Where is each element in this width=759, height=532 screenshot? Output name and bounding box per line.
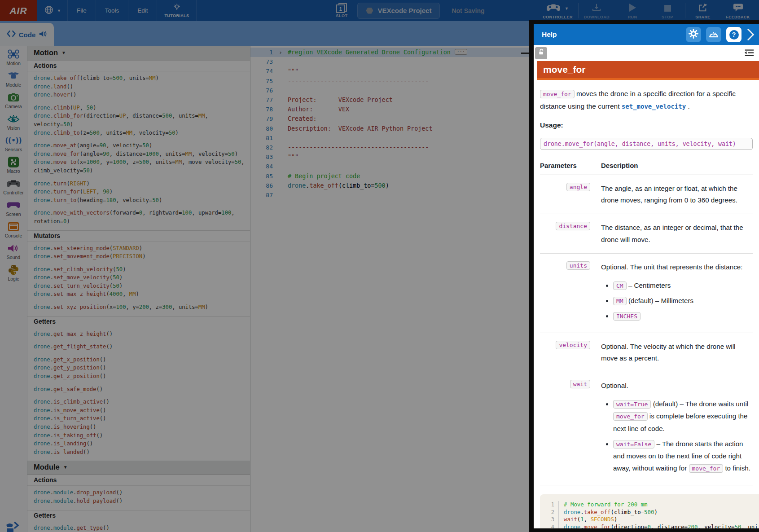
settings-button[interactable] <box>686 27 701 42</box>
parameter-chip: wait <box>570 380 590 388</box>
help-toggle-button[interactable]: ? <box>726 27 741 42</box>
example-line-text: drone.move_for(direction=0, distance=200… <box>559 523 759 528</box>
example-line-text: wait(1, SECONDS) <box>559 516 617 523</box>
parameters-table: ParametersDescriptionangleThe angle, as … <box>540 162 753 485</box>
parameter-description: Optional. The velocity at which the dron… <box>601 341 753 364</box>
description-text: Optional. The velocity at which the dron… <box>601 341 753 364</box>
description-bullets: CM – CentimetersMM (default) – Millimete… <box>613 279 753 322</box>
example-line-number: 4 <box>540 523 559 528</box>
usage-code: drone.move_for(angle, distance, units, v… <box>540 138 753 150</box>
code-chip: move_for <box>689 464 724 473</box>
panel-resize-handle[interactable] <box>521 53 529 54</box>
command-banner: move_for <box>537 61 759 80</box>
help-title: Help <box>542 31 557 39</box>
parameter-name-cell: distance <box>540 222 590 245</box>
dashboard-button[interactable] <box>706 27 721 42</box>
parameter-row: angleThe angle, as an integer or float, … <box>540 175 753 214</box>
parameter-chip: distance <box>556 222 590 230</box>
parameter-row: distanceThe distance, as an integer or d… <box>540 214 753 253</box>
parameter-row: waitOptional.wait=True (default) – The d… <box>540 372 753 485</box>
bullet-item: wait=True (default) – The drone waits un… <box>613 398 753 434</box>
description-bullets: wait=True (default) – The drone waits un… <box>613 398 753 474</box>
parameter-description: The angle, as an integer or float, at wh… <box>601 183 753 206</box>
example-code-line: 3wait(1, SECONDS) <box>540 516 759 523</box>
bullet-item: MM (default) – Millimeters <box>613 295 753 307</box>
parameter-description: Optional. The unit that represents the d… <box>601 261 753 325</box>
unlock-icon <box>538 48 545 57</box>
code-chip: INCHES <box>613 312 641 321</box>
bullet-item: INCHES <box>613 310 753 322</box>
code-chip: move_for <box>613 412 648 421</box>
parameter-name-cell: wait <box>540 380 590 477</box>
help-toolbar <box>534 45 759 61</box>
command-link[interactable]: set_move_velocity <box>622 103 686 110</box>
code-chip: wait=False <box>613 440 654 448</box>
example-line-number: 2 <box>540 509 559 516</box>
description-text: The angle, as an integer or float, at wh… <box>601 183 753 206</box>
bullet-item: CM – Centimeters <box>613 279 753 291</box>
collapse-panel-button[interactable] <box>746 28 755 41</box>
example-code-line: 4drone.move_for(direction=0, distance=20… <box>540 523 759 528</box>
help-header: Help ? <box>534 24 759 45</box>
example-code-line: 2drone.take_off(climb_to=500) <box>540 509 759 516</box>
help-content: move_for move_for moves the drone in a s… <box>534 61 759 528</box>
example-code-block: 1# Move forward for 200 mm2drone.take_of… <box>540 494 759 528</box>
parameter-chip: units <box>566 261 590 270</box>
question-icon: ? <box>729 30 739 40</box>
parameters-column-header: Parameters <box>540 162 590 169</box>
parameter-description: The distance, as an integer or decimal, … <box>601 222 753 245</box>
gauge-icon <box>708 29 719 40</box>
code-chip: wait=True <box>613 400 651 409</box>
description-text: Optional. The unit that represents the d… <box>601 261 753 273</box>
parameter-name-cell: velocity <box>540 341 590 364</box>
usage-label: Usage: <box>540 121 753 129</box>
example-line-number: 1 <box>540 501 559 509</box>
parameters-table-header: ParametersDescription <box>540 162 753 175</box>
parameter-description: Optional.wait=True (default) – The drone… <box>601 380 753 477</box>
example-line-text: # Move forward for 200 mm <box>559 501 648 509</box>
description-text: Optional. <box>601 380 753 391</box>
command-description: move_for moves the drone in a specific d… <box>540 88 753 112</box>
outdent-icon[interactable] <box>744 48 755 57</box>
parameter-row: velocityOptional. The velocity at which … <box>540 333 753 372</box>
description-column-header: Description <box>601 162 753 169</box>
parameter-chip: velocity <box>556 341 590 349</box>
example-line-number: 3 <box>540 516 559 523</box>
parameter-name-cell: units <box>540 261 590 325</box>
description-text: The distance, as an integer or decimal, … <box>601 222 753 245</box>
code-chip: CM <box>613 281 627 290</box>
parameter-name-cell: angle <box>540 183 590 206</box>
example-line-text: drone.take_off(climb_to=500) <box>559 509 658 516</box>
example-code-line: 1# Move forward for 200 mm <box>540 501 759 509</box>
gear-icon <box>689 29 698 40</box>
unlock-button[interactable] <box>535 47 547 59</box>
parameter-row: unitsOptional. The unit that represents … <box>540 254 753 333</box>
bullet-item: wait=False – The drone starts the action… <box>613 438 753 474</box>
command-title: move_for <box>537 64 586 75</box>
help-panel: Help ? <box>529 20 759 532</box>
parameter-chip: angle <box>566 183 590 191</box>
code-chip: move_for <box>540 90 575 98</box>
code-chip: MM <box>613 297 627 305</box>
